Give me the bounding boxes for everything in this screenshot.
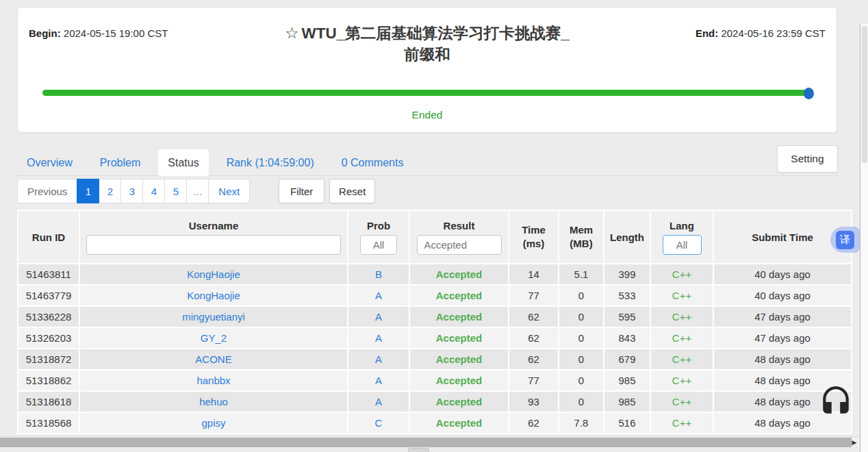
cell-submit-time: 47 days ago xyxy=(714,328,851,348)
vertical-scrollbar-thumb[interactable] xyxy=(862,26,867,163)
contest-card-header: Begin: 2024-05-15 19:00 CST ☆WTU_第二届基础算法… xyxy=(18,8,837,65)
page-2[interactable]: 2 xyxy=(99,179,121,203)
cell-submit-time: 40 days ago xyxy=(714,286,851,305)
page-previous[interactable]: Previous xyxy=(17,179,77,203)
contest-progress xyxy=(42,88,812,99)
vertical-scrollbar[interactable] xyxy=(860,24,868,452)
end-value: 2024-05-16 23:59 CST xyxy=(721,27,826,39)
problem-link[interactable]: A xyxy=(348,307,409,327)
status-table-header: Run ID Username Prob Result xyxy=(18,211,851,263)
cell-mem: 0 xyxy=(559,286,603,305)
cell-result: Accepted xyxy=(410,349,508,369)
tabs-bar: OverviewProblemStatusRank (1:04:59:00)0 … xyxy=(17,149,838,176)
problem-link[interactable]: A xyxy=(348,328,409,348)
tab-status[interactable]: Status xyxy=(158,149,208,176)
cell-lang: C++ xyxy=(651,307,713,327)
col-time-label-2: (ms) xyxy=(509,237,558,251)
setting-button[interactable]: Setting xyxy=(777,145,838,173)
table-row: 51326203GY_2AAccepted620843C++47 days ag… xyxy=(18,328,851,348)
col-username-label: Username xyxy=(189,220,239,231)
cell-mem: 7.8 xyxy=(559,413,603,433)
table-row: 51336228mingyuetianyiAAccepted620595C++4… xyxy=(18,307,851,327)
username-link[interactable]: KongHaojie xyxy=(80,286,347,305)
col-result-label: Result xyxy=(444,220,475,231)
result-filter-input[interactable] xyxy=(417,235,502,255)
cell-length: 985 xyxy=(604,371,650,390)
filter-button[interactable]: Filter xyxy=(279,179,324,203)
page-3[interactable]: 3 xyxy=(120,179,143,203)
tab-overview[interactable]: Overview xyxy=(17,149,82,176)
contest-card: Begin: 2024-05-15 19:00 CST ☆WTU_第二届基础算法… xyxy=(17,7,837,133)
cell-mem: 5.1 xyxy=(559,264,603,284)
username-link[interactable]: KongHaojie xyxy=(80,264,347,284)
horizontal-scrollbar[interactable]: ▶ xyxy=(0,436,860,447)
cell-lang: C++ xyxy=(651,328,713,348)
status-table-body: 51463811KongHaojieBAccepted145.1399C++40… xyxy=(18,264,851,433)
tab-problem[interactable]: Problem xyxy=(90,149,151,176)
table-row: 51463779KongHaojieAAccepted770533C++40 d… xyxy=(18,286,851,305)
col-mem-label-1: Mem xyxy=(559,223,603,237)
col-length: Length xyxy=(604,211,650,263)
username-link[interactable]: gpisy xyxy=(80,413,347,433)
cell-length: 595 xyxy=(604,307,650,327)
prob-filter-input[interactable] xyxy=(360,235,397,255)
cell-result: Accepted xyxy=(410,392,508,412)
scroll-right-arrow-icon[interactable]: ▶ xyxy=(850,437,858,447)
table-row: 51463811KongHaojieBAccepted145.1399C++40… xyxy=(18,264,851,284)
cell-mem: 0 xyxy=(559,371,603,390)
translate-icon: 译 xyxy=(836,231,854,249)
tabs-list: OverviewProblemStatusRank (1:04:59:00)0 … xyxy=(17,149,838,175)
cell-run-id: 51463811 xyxy=(18,264,79,284)
translate-button[interactable]: 译 xyxy=(830,227,860,253)
col-prob: Prob xyxy=(348,211,409,263)
username-link[interactable]: hanbbx xyxy=(80,371,347,390)
cell-lang: C++ xyxy=(651,392,713,412)
page-next[interactable]: Next xyxy=(208,179,250,203)
username-link[interactable]: GY_2 xyxy=(80,328,347,348)
cell-time: 62 xyxy=(509,328,558,348)
headphones-icon[interactable] xyxy=(819,385,853,422)
reset-button[interactable]: Reset xyxy=(329,179,375,203)
cell-mem: 0 xyxy=(559,392,603,412)
tab-comments[interactable]: 0 Comments xyxy=(332,149,413,176)
end-time: End: 2024-05-16 23:59 CST xyxy=(630,23,826,65)
cell-lang: C++ xyxy=(651,349,713,369)
problem-link[interactable]: B xyxy=(348,264,409,284)
table-row: 51318568gpisyCAccepted627.8516C++48 days… xyxy=(18,413,851,433)
page-1[interactable]: 1 xyxy=(77,179,99,203)
cell-length: 516 xyxy=(604,413,650,433)
username-link[interactable]: hehuo xyxy=(80,392,347,412)
bottom-edge-handle xyxy=(408,448,429,452)
cell-length: 843 xyxy=(604,328,650,348)
problem-link[interactable]: A xyxy=(348,392,409,412)
username-link[interactable]: mingyuetianyi xyxy=(80,307,347,327)
problem-link[interactable]: A xyxy=(348,349,409,369)
begin-value: 2024-05-15 19:00 CST xyxy=(64,27,168,39)
cell-run-id: 51318568 xyxy=(18,413,79,433)
problem-link[interactable]: C xyxy=(348,413,409,433)
cell-run-id: 51336228 xyxy=(18,307,79,327)
tab-rank[interactable]: Rank (1:04:59:00) xyxy=(217,149,324,176)
cell-time: 14 xyxy=(509,264,558,284)
cell-run-id: 51318872 xyxy=(18,349,79,369)
cell-result: Accepted xyxy=(410,264,508,284)
table-row: 51318618hehuoAAccepted930985C++48 days a… xyxy=(18,392,851,412)
username-link[interactable]: ACONE xyxy=(80,349,347,369)
cell-time: 62 xyxy=(509,307,558,327)
cell-submit-time: 47 days ago xyxy=(714,307,851,327)
cell-time: 77 xyxy=(509,371,558,390)
lang-filter-input[interactable] xyxy=(663,235,702,255)
horizontal-scrollbar-thumb[interactable] xyxy=(0,438,852,447)
col-prob-label: Prob xyxy=(367,220,390,231)
page-ellipsis[interactable]: ... xyxy=(186,179,209,203)
cell-run-id: 51318618 xyxy=(18,392,79,412)
problem-link[interactable]: A xyxy=(348,286,409,305)
username-filter-input[interactable] xyxy=(86,235,341,255)
problem-link[interactable]: A xyxy=(348,371,409,390)
page-4[interactable]: 4 xyxy=(142,179,165,203)
cell-time: 93 xyxy=(509,392,558,412)
col-result: Result xyxy=(410,211,508,263)
cell-time: 62 xyxy=(509,349,558,369)
favorite-star-icon[interactable]: ☆ xyxy=(285,25,298,42)
page-5[interactable]: 5 xyxy=(164,179,187,203)
